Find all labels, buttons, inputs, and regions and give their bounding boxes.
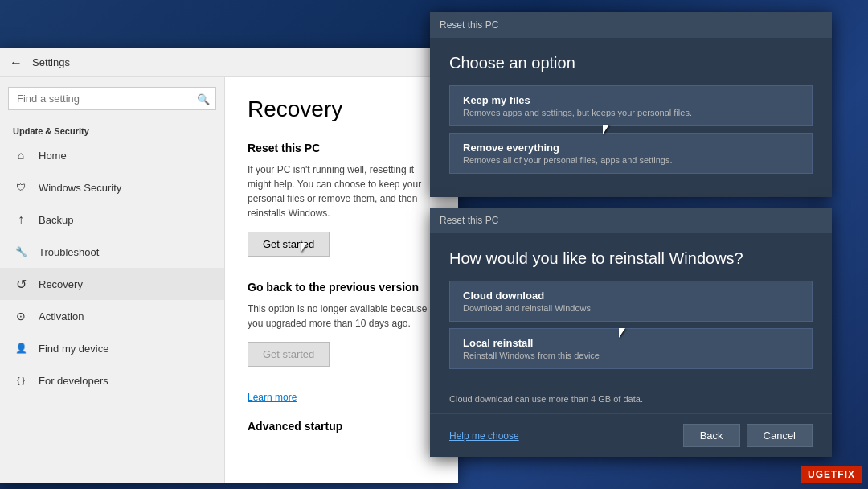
sidebar-item-home[interactable]: Home [0, 139, 224, 171]
backup-icon [13, 212, 29, 228]
remove-everything-desc: Removes all of your personal files, apps… [463, 155, 799, 165]
keep-my-files-button[interactable]: Keep my files Removes apps and settings,… [449, 85, 813, 126]
go-back-section: Go back to the previous version This opt… [248, 281, 436, 404]
reinstall-dialog: Reset this PC How would you like to rein… [430, 208, 832, 457]
sidebar-item-troubleshoot[interactable]: Troubleshoot [0, 236, 224, 268]
advanced-startup-section: Advanced startup [248, 420, 436, 433]
local-reinstall-desc: Reinstall Windows from this device [463, 351, 799, 360]
go-back-get-started-button[interactable]: Get started [248, 342, 330, 367]
footer-buttons: Back Cancel [683, 424, 813, 447]
settings-window: ← Settings 🔍 Update & Security Home Wind… [0, 48, 458, 483]
page-title: Recovery [248, 97, 436, 122]
sidebar-item-find-my-device[interactable]: Find my device [0, 332, 224, 364]
remove-everything-button[interactable]: Remove everything Removes all of your pe… [449, 133, 813, 174]
advanced-startup-title: Advanced startup [248, 420, 436, 433]
go-back-description: This option is no longer available becau… [248, 302, 436, 331]
watermark: UGETFIX [801, 466, 862, 483]
reinstall-titlebar: Reset this PC [430, 208, 832, 233]
keep-files-title: Keep my files [463, 94, 799, 106]
reinstall-content: How would you like to reinstall Windows?… [430, 233, 832, 394]
settings-titlebar: ← Settings [0, 48, 458, 77]
cloud-download-title: Cloud download [463, 290, 799, 302]
sidebar-item-recovery[interactable]: Recovery [0, 268, 224, 300]
sidebar-item-developers-label: For developers [39, 375, 108, 387]
search-box[interactable]: 🔍 [8, 87, 216, 110]
local-reinstall-button[interactable]: Local reinstall Reinstall Windows from t… [449, 328, 813, 369]
home-icon [13, 147, 29, 163]
sidebar: 🔍 Update & Security Home Windows Securit… [0, 77, 225, 483]
sidebar-item-backup[interactable]: Backup [0, 203, 224, 236]
activation-icon [13, 308, 29, 324]
reset-section-title: Reset this PC [248, 142, 436, 154]
settings-title: Settings [32, 56, 70, 68]
sidebar-item-troubleshoot-label: Troubleshoot [39, 246, 99, 258]
search-input[interactable] [8, 87, 216, 110]
sidebar-item-windows-security-label: Windows Security [39, 182, 121, 194]
footer-help: Help me choose [449, 430, 519, 442]
sidebar-item-find-device-label: Find my device [39, 343, 108, 355]
settings-body: 🔍 Update & Security Home Windows Securit… [0, 77, 458, 483]
developers-icon [13, 372, 29, 388]
search-icon: 🔍 [197, 92, 210, 105]
back-button[interactable]: Back [683, 424, 740, 447]
sidebar-item-activation-label: Activation [39, 310, 84, 323]
help-me-choose-link[interactable]: Help me choose [449, 430, 519, 442]
choose-option-dialog: Reset this PC Choose an option Keep my f… [430, 12, 832, 197]
local-reinstall-title: Local reinstall [463, 337, 799, 349]
cloud-download-note: Cloud download can use more than 4 GB of… [430, 394, 832, 413]
reinstall-heading: How would you like to reinstall Windows? [449, 249, 813, 268]
shield-icon [13, 179, 29, 195]
remove-everything-title: Remove everything [463, 142, 799, 154]
reset-section-description: If your PC isn't running well, resetting… [248, 162, 436, 220]
sidebar-item-windows-security[interactable]: Windows Security [0, 171, 224, 203]
back-arrow-icon[interactable]: ← [10, 55, 23, 70]
learn-more-link[interactable]: Learn more [248, 392, 297, 403]
cloud-download-button[interactable]: Cloud download Download and reinstall Wi… [449, 281, 813, 322]
sidebar-item-backup-label: Backup [39, 214, 73, 226]
choose-option-titlebar: Reset this PC [430, 12, 832, 38]
go-back-title: Go back to the previous version [248, 281, 436, 294]
reset-get-started-button[interactable]: Get started [248, 232, 330, 257]
reinstall-titlebar-text: Reset this PC [440, 215, 498, 226]
sidebar-item-for-developers[interactable]: For developers [0, 364, 224, 397]
wrench-icon [13, 244, 29, 260]
choose-option-heading: Choose an option [449, 54, 813, 72]
choose-option-content: Choose an option Keep my files Removes a… [430, 38, 832, 197]
recovery-icon [13, 276, 29, 292]
cloud-download-desc: Download and reinstall Windows [463, 303, 799, 313]
sidebar-item-activation[interactable]: Activation [0, 300, 224, 332]
cancel-button[interactable]: Cancel [747, 424, 813, 447]
reinstall-dialog-footer: Help me choose Back Cancel [430, 413, 832, 457]
find-device-icon [13, 340, 29, 356]
sidebar-item-home-label: Home [39, 150, 67, 162]
main-content: Recovery Reset this PC If your PC isn't … [225, 77, 458, 483]
sidebar-section-header: Update & Security [0, 120, 224, 139]
sidebar-item-recovery-label: Recovery [39, 278, 83, 290]
keep-files-desc: Removes apps and settings, but keeps you… [463, 108, 799, 117]
desktop: ← Settings 🔍 Update & Security Home Wind… [0, 0, 868, 489]
choose-option-titlebar-text: Reset this PC [440, 19, 498, 31]
